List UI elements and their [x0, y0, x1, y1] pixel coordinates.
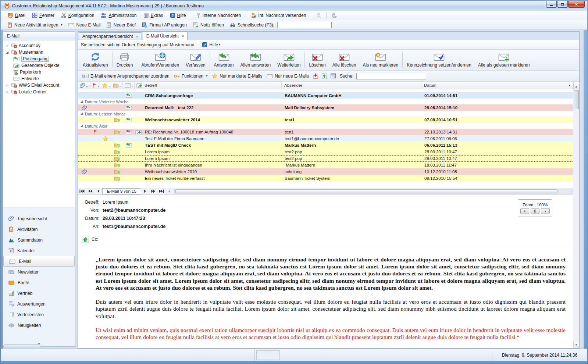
column-mail-col[interactable]: . [123, 82, 135, 89]
hscroll-left-button[interactable] [165, 188, 174, 195]
mailbar-kennzeichnung-setzen-entfernen-button[interactable]: Kennzeichnung setzen/entfernen [403, 50, 474, 70]
menu-administration[interactable]: Administration [97, 11, 140, 19]
close-button[interactable]: × [568, 1, 585, 8]
tree-item-lokale-ordner[interactable]: ▷Lokale Ordner [3, 89, 75, 95]
pager-previous-fast-button[interactable] [86, 188, 94, 195]
tree-item-wws-email-account[interactable]: ▷WWS EMail Account [3, 82, 75, 89]
cc-expand-button[interactable] [82, 236, 89, 243]
scrollbar-thumb[interactable] [574, 90, 579, 109]
mailbar-weiterleiten-button[interactable]: Weiterleiten [274, 50, 304, 70]
zoom-in-button[interactable]: + [520, 208, 529, 214]
tab-close-icon[interactable]: × [182, 34, 184, 38]
menu-konfiguration[interactable]: Konfiguration [58, 11, 98, 19]
mail-row[interactable]: Test E-Mail der Firma Baumanntest1@bauma… [78, 135, 574, 142]
menu-hilfe[interactable]: ?Hilfe [167, 11, 189, 19]
tree-item-gesendete-objekte[interactable]: Gesendete Objekte [3, 62, 75, 69]
mail-search-input[interactable] [356, 73, 426, 79]
sidebar-item-newsletter[interactable]: Newsletter [3, 267, 75, 277]
mailbar-allen-antworten-button[interactable]: Allen antworten [237, 50, 274, 70]
mail-row[interactable]: Lorem Ipsumtest2 pop28.03.2011 10:47 [78, 155, 574, 162]
filter-nur-neue-e-mails-button[interactable]: Nur neue E-Mails [264, 72, 311, 80]
zoom-out-button[interactable]: - [541, 208, 550, 214]
filter-e-mail-einem-ansprechpartner-zuordnen-button[interactable]: E-Mail einem Ansprechpartner zuordnen [80, 72, 172, 80]
mail-row[interactable]: Lorem Ipsumtest2 pop28.03.2011 10:47 [78, 149, 574, 155]
vertical-scrollbar[interactable]: ▲ ▼ [573, 84, 579, 347]
menu-int-nachricht-versenden[interactable]: !Int. Nachricht versenden [247, 11, 309, 19]
mailbar-alle-löschen-button[interactable]: Alle löschen [329, 50, 360, 70]
title-bar[interactable]: Customer-Relationship-Management V4.11.5… [1, 1, 587, 11]
menu-interne-nachrichten[interactable]: Interne Nachrichten [193, 11, 245, 19]
pager-next-button[interactable] [141, 188, 149, 195]
sidebar-item-aktivitäten[interactable]: Aktivitäten [3, 224, 75, 235]
menu-datei[interactable]: Datei [4, 11, 29, 19]
tree-expander-collapsed-icon[interactable]: ▷ [5, 83, 9, 87]
sidebar-hscroll-thumb[interactable] [3, 345, 42, 348]
tab-e-mail-übersicht[interactable]: E-Mail Übersicht× [143, 32, 188, 40]
filter-nur-markierte-e-mails-button[interactable]: Nur markierte E-Mails [210, 72, 264, 80]
sidebar-item-verteilerlisten[interactable]: Verteilerlisten [3, 309, 75, 320]
mailbar-drucken-button[interactable]: Drucken [113, 50, 136, 70]
column-env-forward-sm[interactable] [135, 82, 142, 89]
column-flag[interactable]: . [90, 82, 100, 89]
toolbar-neue-aktivität-anlegen-button[interactable]: Neue Aktivität anlegen▾ [4, 21, 65, 29]
toolbar-notiz-öffnen-button[interactable]: Notiz öffnen [190, 21, 227, 29]
sidebar-item-vertrieb[interactable]: Vertrieb [3, 288, 75, 299]
menu-phone-button[interactable] [328, 11, 340, 19]
toolbar-firma-ap-anlegen-button[interactable]: Firma / AP anlegen [139, 21, 190, 29]
sidebar-item-kalender[interactable]: 12Kalender [3, 245, 75, 256]
column-absender[interactable]: Absender [282, 82, 421, 89]
pager-previous-button[interactable] [94, 188, 102, 195]
mail-row[interactable]: CRM-SchulungsanfrageBAUMANN Computer Gmb… [78, 92, 574, 99]
sidebar-item-auswertungen[interactable]: Auswertungen [3, 299, 75, 309]
filter-grid-star-button[interactable] [329, 72, 338, 80]
group-collapse-icon[interactable] [80, 125, 83, 127]
mailbar-abrufen-versenden-button[interactable]: Abrufen/Versenden [138, 50, 182, 70]
toolbar-neuer-brief-button[interactable]: Neuer Brief [103, 21, 139, 29]
tree-item-entwürfe[interactable]: Entwürfe [3, 75, 75, 82]
toolbar-neue-e-mail-button[interactable]: Neue E-Mail [65, 21, 103, 29]
mailbar-antworten-button[interactable]: Antworten [211, 50, 237, 70]
column-folder-check[interactable]: . [111, 82, 123, 89]
mailbar-aktualisieren-button[interactable]: Aktualisieren [79, 50, 111, 70]
hscroll-thumb[interactable] [175, 189, 557, 193]
mail-row[interactable]: Weihnachtsnewsletter 2010schulung10.12.2… [78, 168, 574, 175]
help-menu[interactable]: Hilfe [209, 42, 218, 47]
quicksearch-input[interactable] [277, 22, 332, 28]
group-collapse-icon[interactable] [80, 113, 83, 115]
mail-row[interactable]: Returned Mail: test 222Mail Delivery Sub… [78, 104, 574, 111]
sidebar-item-neuigkeiten[interactable]: Neuigkeiten [3, 320, 75, 331]
mail-row[interactable]: RE: Rechnung Nr. 100018 zum Auftrag 1000… [78, 129, 574, 135]
menu-extras[interactable]: Extras [140, 11, 167, 19]
tree-item-account-xy[interactable]: ▷Account xy [3, 42, 75, 49]
menu-fenster[interactable]: Fenster [29, 11, 58, 19]
group-collapse-icon[interactable] [80, 100, 83, 103]
mail-row[interactable]: Ihre Nachricht ist eingegangen Markus Ma… [78, 162, 574, 168]
column-star[interactable]: . [100, 82, 111, 89]
pager-last-button[interactable] [157, 188, 165, 195]
tab-close-icon[interactable]: × [136, 34, 138, 39]
group-row[interactable]: Datum: Vorletzte Woche [78, 99, 574, 104]
minimize-button[interactable] [546, 1, 557, 8]
column-datum[interactable]: Datum▾ [421, 82, 574, 89]
group-row[interactable]: Datum: Letzten Monat [78, 111, 574, 117]
sort-down-icon[interactable]: ▾ [569, 83, 570, 87]
scroll-up-icon[interactable]: ▲ [573, 84, 579, 89]
sidebar-item-tagesübersicht[interactable]: Tagesübersicht [3, 213, 75, 224]
pager-first-button[interactable] [78, 188, 86, 195]
help-dropdown-icon[interactable]: ▾ [219, 43, 220, 46]
tree-item-papierkorb[interactable]: Papierkorb [3, 69, 75, 75]
tree-expander-expanded-icon[interactable]: ◢ [5, 50, 9, 54]
zoom-reset-button[interactable]: 0 [531, 208, 539, 214]
filter-import-red-button[interactable] [311, 72, 320, 80]
filter-funktionen-button[interactable]: Funktionen▾ [172, 72, 210, 80]
tree-expander-collapsed-icon[interactable]: ▷ [5, 90, 9, 94]
column-paperclip[interactable]: ... [78, 82, 90, 89]
mailbar-löschen-button[interactable]: Löschen [306, 50, 329, 70]
mail-row[interactable]: Weihnachtsnewsletter 2014test107.08.2014… [78, 117, 574, 123]
mail-row[interactable]: Ein neues Ticket wurde verfasstBaumann T… [78, 175, 574, 182]
scroll-down-icon[interactable]: ▼ [573, 342, 579, 347]
tree-item-mustermann[interactable]: ◢Mustermann [3, 49, 75, 56]
mailbar-als-neu-markieren-button[interactable]: Als neu markieren [360, 50, 402, 70]
sidebar-item-e-mail[interactable]: E-Mail [3, 256, 75, 267]
tree-item-posteingang[interactable]: Posteingang [3, 56, 75, 62]
